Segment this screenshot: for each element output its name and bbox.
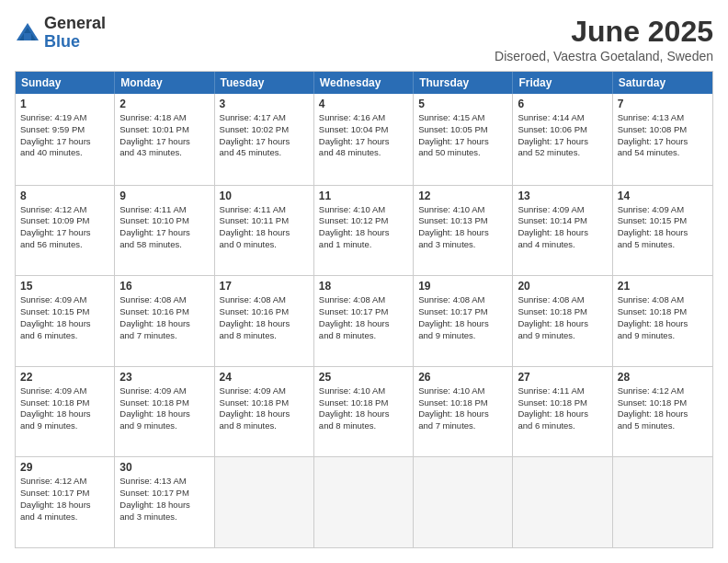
- day-number: 20: [518, 280, 607, 293]
- cell-line: and 5 minutes.: [618, 239, 675, 249]
- cell-line: and 9 minutes.: [518, 330, 574, 340]
- cell-info-text: Sunrise: 4:08 AMSunset: 10:16 PMDaylight…: [119, 294, 209, 341]
- calendar-row-3: 15Sunrise: 4:09 AMSunset: 10:15 PMDaylig…: [16, 275, 712, 366]
- cell-line: Sunrise: 4:09 AM: [20, 385, 86, 396]
- day-number: 22: [20, 371, 109, 384]
- calendar-cell: 6Sunrise: 4:14 AMSunset: 10:06 PMDayligh…: [513, 94, 612, 185]
- cell-line: and 43 minutes.: [119, 147, 182, 157]
- cell-line: Sunrise: 4:09 AM: [518, 204, 584, 214]
- location-title: Diseroed, Vaestra Goetaland, Sweden: [495, 49, 713, 63]
- day-number: 17: [220, 280, 309, 293]
- cell-line: Sunset: 10:18 PM: [119, 397, 189, 408]
- day-number: 30: [119, 461, 209, 474]
- calendar-cell: 20Sunrise: 4:08 AMSunset: 10:18 PMDaylig…: [513, 276, 612, 366]
- weekday-header-wednesday: Wednesday: [314, 72, 414, 94]
- weekday-header-friday: Friday: [513, 72, 612, 94]
- cell-info-text: Sunrise: 4:13 AMSunset: 10:08 PMDaylight…: [618, 112, 708, 159]
- cell-line: Daylight: 18 hours: [418, 227, 489, 237]
- calendar-cell: 25Sunrise: 4:10 AMSunset: 10:18 PMDaylig…: [314, 367, 414, 457]
- cell-line: Sunrise: 4:09 AM: [119, 385, 186, 396]
- cell-line: Daylight: 18 hours: [518, 227, 588, 237]
- calendar-cell: 9Sunrise: 4:11 AMSunset: 10:10 PMDayligh…: [115, 186, 214, 276]
- cell-line: Sunset: 10:18 PM: [418, 397, 488, 408]
- calendar-cell: 4Sunrise: 4:16 AMSunset: 10:04 PMDayligh…: [314, 94, 414, 185]
- cell-line: Sunrise: 4:19 AM: [20, 112, 86, 122]
- cell-line: and 6 minutes.: [518, 420, 574, 431]
- cell-info-text: Sunrise: 4:08 AMSunset: 10:16 PMDaylight…: [220, 294, 309, 341]
- cell-line: Sunrise: 4:08 AM: [618, 294, 684, 304]
- cell-info-text: Sunrise: 4:08 AMSunset: 10:18 PMDaylight…: [518, 294, 607, 341]
- cell-line: and 9 minutes.: [119, 420, 176, 431]
- cell-info-text: Sunrise: 4:12 AMSunset: 10:17 PMDaylight…: [20, 476, 109, 523]
- cell-info-text: Sunrise: 4:11 AMSunset: 10:18 PMDaylight…: [518, 385, 607, 432]
- calendar-cell: [314, 457, 414, 547]
- cell-line: and 45 minutes.: [220, 147, 282, 157]
- cell-line: Sunset: 10:15 PM: [618, 215, 688, 225]
- day-number: 26: [418, 371, 507, 384]
- cell-line: and 4 minutes.: [20, 511, 77, 522]
- cell-line: and 7 minutes.: [418, 420, 475, 431]
- cell-line: Sunset: 10:01 PM: [119, 124, 189, 134]
- calendar-cell: 13Sunrise: 4:09 AMSunset: 10:14 PMDaylig…: [513, 186, 612, 276]
- cell-info-text: Sunrise: 4:11 AMSunset: 10:10 PMDaylight…: [119, 204, 209, 251]
- cell-line: Daylight: 18 hours: [119, 500, 190, 510]
- cell-line: Sunrise: 4:10 AM: [319, 204, 385, 214]
- cell-line: Daylight: 18 hours: [418, 408, 489, 419]
- cell-line: Sunset: 10:17 PM: [319, 306, 389, 316]
- cell-line: Daylight: 18 hours: [20, 500, 91, 510]
- cell-line: Sunset: 10:17 PM: [119, 488, 189, 498]
- day-number: 29: [20, 461, 109, 474]
- cell-line: and 58 minutes.: [119, 239, 182, 249]
- cell-info-text: Sunrise: 4:13 AMSunset: 10:17 PMDaylight…: [119, 476, 209, 523]
- day-number: 1: [20, 98, 109, 110]
- day-number: 6: [518, 98, 607, 110]
- cell-line: Sunrise: 4:11 AM: [119, 204, 186, 214]
- cell-line: Sunrise: 4:11 AM: [220, 204, 286, 214]
- cell-info-text: Sunrise: 4:09 AMSunset: 10:15 PMDaylight…: [618, 204, 708, 251]
- calendar-cell: [513, 457, 612, 547]
- cell-line: Daylight: 18 hours: [119, 408, 190, 419]
- cell-info-text: Sunrise: 4:11 AMSunset: 10:11 PMDaylight…: [220, 204, 309, 251]
- calendar-cell: 27Sunrise: 4:11 AMSunset: 10:18 PMDaylig…: [513, 367, 612, 457]
- day-number: 4: [319, 98, 408, 110]
- calendar-row-4: 22Sunrise: 4:09 AMSunset: 10:18 PMDaylig…: [16, 366, 712, 457]
- day-number: 3: [220, 98, 309, 110]
- cell-line: and 3 minutes.: [119, 511, 176, 522]
- logo-blue-text: Blue: [44, 33, 106, 52]
- cell-line: Sunset: 10:12 PM: [319, 215, 389, 225]
- day-number: 7: [618, 98, 708, 110]
- cell-line: and 4 minutes.: [518, 239, 574, 249]
- cell-info-text: Sunrise: 4:19 AMSunset: 9:59 PMDaylight:…: [20, 112, 109, 159]
- cell-line: and 0 minutes.: [220, 239, 277, 249]
- title-section: June 2025 Diseroed, Vaestra Goetaland, S…: [495, 15, 713, 63]
- cell-line: Daylight: 18 hours: [518, 318, 588, 328]
- cell-line: Daylight: 17 hours: [518, 136, 588, 146]
- cell-info-text: Sunrise: 4:16 AMSunset: 10:04 PMDaylight…: [319, 112, 408, 159]
- cell-info-text: Sunrise: 4:09 AMSunset: 10:15 PMDaylight…: [20, 294, 109, 341]
- day-number: 21: [618, 280, 708, 293]
- cell-line: Daylight: 18 hours: [618, 408, 688, 419]
- calendar-cell: 16Sunrise: 4:08 AMSunset: 10:16 PMDaylig…: [115, 276, 214, 366]
- cell-line: Sunset: 10:11 PM: [220, 215, 290, 225]
- cell-line: Sunrise: 4:14 AM: [518, 112, 584, 122]
- weekday-header-saturday: Saturday: [613, 72, 712, 94]
- cell-line: Daylight: 17 hours: [220, 136, 290, 146]
- day-number: 2: [119, 98, 209, 110]
- calendar: SundayMondayTuesdayWednesdayThursdayFrid…: [15, 71, 713, 548]
- cell-line: Sunset: 10:15 PM: [20, 306, 90, 316]
- cell-line: Sunset: 10:18 PM: [220, 397, 290, 408]
- day-number: 15: [20, 280, 109, 293]
- calendar-row-5: 29Sunrise: 4:12 AMSunset: 10:17 PMDaylig…: [16, 456, 712, 547]
- calendar-cell: 29Sunrise: 4:12 AMSunset: 10:17 PMDaylig…: [16, 457, 115, 547]
- cell-line: Sunrise: 4:08 AM: [518, 294, 584, 304]
- cell-line: Daylight: 17 hours: [119, 227, 190, 237]
- cell-info-text: Sunrise: 4:17 AMSunset: 10:02 PMDaylight…: [220, 112, 309, 159]
- cell-line: Sunrise: 4:09 AM: [220, 385, 286, 396]
- logo-text: General Blue: [44, 15, 106, 52]
- day-number: 18: [319, 280, 408, 293]
- calendar-cell: 15Sunrise: 4:09 AMSunset: 10:15 PMDaylig…: [16, 276, 115, 366]
- cell-info-text: Sunrise: 4:18 AMSunset: 10:01 PMDaylight…: [119, 112, 209, 159]
- cell-line: Sunset: 10:17 PM: [20, 488, 90, 498]
- cell-line: and 9 minutes.: [618, 330, 675, 340]
- cell-line: Daylight: 17 hours: [20, 136, 91, 146]
